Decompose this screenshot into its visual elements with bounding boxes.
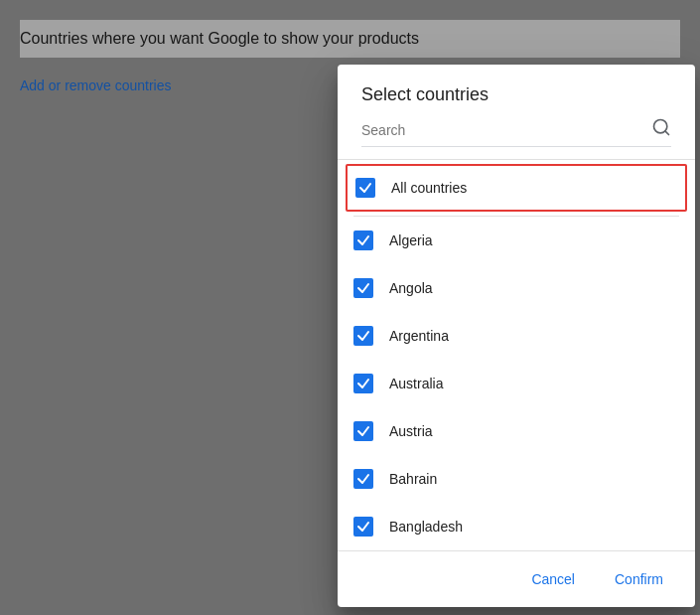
cancel-button[interactable]: Cancel	[515, 563, 591, 595]
country-item[interactable]: Australia	[338, 360, 695, 407]
country-item-all[interactable]: All countries	[346, 164, 687, 212]
modal-title: Select countries	[361, 84, 671, 105]
country-name-all: All countries	[391, 180, 467, 196]
country-name: Algeria	[389, 232, 433, 248]
search-container	[361, 117, 671, 147]
svg-line-1	[665, 131, 669, 135]
checkbox-austria[interactable]	[353, 421, 373, 441]
country-name: Argentina	[389, 328, 449, 344]
country-item[interactable]: Argentina	[338, 312, 695, 360]
search-input[interactable]	[361, 122, 651, 138]
country-name: Bahrain	[389, 471, 437, 487]
checkbox-bahrain[interactable]	[353, 469, 373, 489]
checkbox-argentina[interactable]	[353, 326, 373, 346]
country-name: Austria	[389, 423, 433, 439]
checkbox-all-countries[interactable]	[355, 178, 375, 198]
country-item[interactable]: Angola	[338, 264, 695, 312]
select-countries-modal: Select countries All countries	[338, 65, 695, 607]
modal-header: Select countries	[338, 65, 695, 160]
country-list: All countries Algeria Angola	[338, 160, 695, 550]
country-name: Angola	[389, 280, 433, 296]
search-icon	[651, 117, 671, 142]
country-item[interactable]: Bangladesh	[338, 503, 695, 550]
checkbox-australia[interactable]	[353, 374, 373, 393]
country-item[interactable]: Bahrain	[338, 455, 695, 503]
country-item[interactable]: Algeria	[338, 217, 695, 264]
confirm-button[interactable]: Confirm	[599, 563, 679, 595]
country-name: Australia	[389, 376, 443, 391]
country-name: Bangladesh	[389, 519, 463, 535]
checkbox-bangladesh[interactable]	[353, 517, 373, 537]
checkbox-angola[interactable]	[353, 278, 373, 298]
checkbox-algeria[interactable]	[353, 231, 373, 250]
country-item[interactable]: Austria	[338, 407, 695, 455]
modal-footer: Cancel Confirm	[338, 550, 695, 607]
